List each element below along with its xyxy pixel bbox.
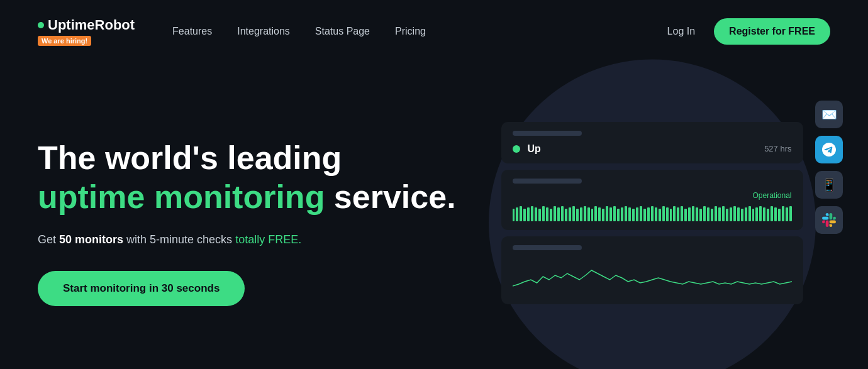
- bar: [677, 207, 679, 221]
- bar: [554, 206, 556, 221]
- bar: [666, 207, 669, 221]
- operational-badge: Operational: [513, 191, 792, 200]
- line-chart: [513, 258, 792, 295]
- subtext-mid: with 5-minute checks: [123, 233, 235, 246]
- bar: [651, 206, 654, 221]
- register-button[interactable]: Register for FREE: [714, 18, 830, 45]
- bar: [594, 206, 597, 221]
- cta-button[interactable]: Start monitoring in 30 seconds: [38, 271, 245, 306]
- bar: [617, 209, 620, 221]
- bar: [647, 207, 650, 221]
- status-card: Up 527 hrs: [501, 122, 803, 163]
- bar: [561, 206, 564, 221]
- bar: [516, 207, 518, 221]
- card-title-bar-2: [513, 179, 582, 184]
- bar: [580, 207, 582, 221]
- bar: [707, 207, 709, 221]
- mobile-notification-icon: 📱: [815, 171, 843, 199]
- bar: [632, 209, 635, 221]
- nav-integrations[interactable]: Integrations: [237, 26, 290, 37]
- bar: [722, 206, 725, 221]
- bar: [782, 206, 784, 221]
- headline-white: service.: [325, 179, 455, 215]
- bar: [550, 209, 552, 221]
- hero-left: The world's leading uptime monitoring se…: [38, 126, 474, 307]
- bar: [741, 209, 743, 221]
- status-up-label: Up: [528, 143, 541, 155]
- bar: [655, 207, 657, 221]
- logo[interactable]: UptimeRobot: [38, 17, 135, 33]
- hero-headline: The world's leading uptime monitoring se…: [38, 138, 474, 217]
- card-title-bar-3: [513, 245, 582, 250]
- operational-card: Operational: [501, 170, 803, 230]
- bar: [557, 207, 560, 221]
- bar: [602, 209, 604, 221]
- navbar: UptimeRobot We are hiring! Features Inte…: [0, 0, 868, 63]
- hero-right: ✉️ 📱: [474, 63, 830, 369]
- email-notification-icon: ✉️: [815, 101, 843, 128]
- monitor-cards: Up 527 hrs Operational: [501, 122, 803, 311]
- card-status-row: Up 527 hrs: [513, 143, 792, 155]
- hiring-badge[interactable]: We are hiring!: [38, 36, 91, 46]
- bar: [786, 207, 788, 221]
- bar: [767, 209, 769, 221]
- nav-features[interactable]: Features: [172, 26, 212, 37]
- nav-actions: Log In Register for FREE: [667, 18, 830, 45]
- bar: [628, 207, 631, 221]
- bar: [759, 206, 762, 221]
- bar: [613, 206, 616, 221]
- bar: [745, 207, 747, 221]
- subtext-bold: 50 monitors: [59, 233, 123, 246]
- bar: [598, 207, 601, 221]
- bar: [542, 206, 545, 221]
- bar: [789, 206, 792, 221]
- bar: [643, 209, 646, 221]
- headline-green: uptime monitoring: [38, 179, 325, 215]
- bar: [621, 207, 623, 221]
- bar: [572, 206, 575, 221]
- slack-notification-icon: [815, 206, 843, 234]
- bar: [636, 207, 638, 221]
- bar: [640, 206, 642, 221]
- status-dot: [513, 145, 520, 153]
- subtext-green: totally FREE.: [235, 233, 301, 246]
- nav-status-page[interactable]: Status Page: [315, 26, 370, 37]
- bar: [696, 207, 698, 221]
- bar: [733, 206, 736, 221]
- bar: [730, 207, 732, 221]
- bar: [711, 209, 713, 221]
- bar: [763, 207, 765, 221]
- bar: [771, 206, 773, 221]
- bar: [737, 207, 740, 221]
- card-title-bar: [513, 131, 582, 136]
- bar: [673, 206, 676, 221]
- bar: [684, 209, 687, 221]
- status-hours: 527 hrs: [764, 144, 791, 153]
- bar: [565, 209, 567, 221]
- bar: [681, 206, 683, 221]
- green-bars-chart: [513, 204, 792, 221]
- bar: [576, 209, 579, 221]
- bar: [688, 207, 691, 221]
- logo-dot: [38, 22, 44, 28]
- bar: [531, 206, 533, 221]
- bar: [523, 209, 526, 221]
- bar: [535, 207, 537, 221]
- hero-section: The world's leading uptime monitoring se…: [0, 63, 868, 369]
- bar: [520, 206, 522, 221]
- bar: [606, 206, 608, 221]
- login-button[interactable]: Log In: [667, 26, 695, 37]
- bar: [752, 209, 755, 221]
- bar: [527, 207, 530, 221]
- line-chart-card: [501, 236, 803, 304]
- bar: [609, 207, 612, 221]
- subtext-pre: Get: [38, 233, 59, 246]
- nav-pricing[interactable]: Pricing: [395, 26, 426, 37]
- logo-area: UptimeRobot We are hiring!: [38, 17, 135, 46]
- float-icons: ✉️ 📱: [815, 101, 843, 234]
- bar: [591, 209, 594, 221]
- bar: [692, 206, 694, 221]
- bar: [546, 207, 548, 221]
- bar: [587, 207, 590, 221]
- bar: [513, 209, 515, 221]
